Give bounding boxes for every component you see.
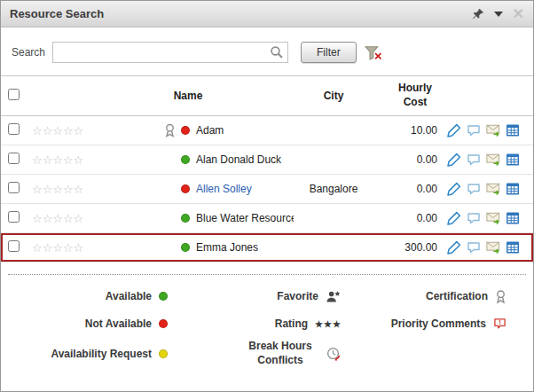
edit-icon[interactable]: [447, 123, 461, 137]
legend-empty-cell: [342, 340, 526, 367]
hourly-cost-cell: 300.00: [373, 241, 444, 254]
availability-dot: [181, 243, 190, 252]
send-mail-icon[interactable]: [486, 211, 500, 225]
resource-name[interactable]: Alan Donald Duck: [196, 153, 281, 166]
titlebar-icons: ✕: [472, 7, 524, 21]
clear-filter-icon[interactable]: [365, 45, 382, 60]
search-box: [52, 42, 288, 63]
rating-stars[interactable]: ☆☆☆☆☆: [27, 241, 82, 255]
send-mail-icon[interactable]: [486, 123, 500, 137]
hourly-cost-cell: 0.00: [373, 153, 444, 166]
titlebar: Resource Search ✕: [1, 1, 533, 27]
resource-name[interactable]: Emma Jones: [196, 241, 258, 254]
search-input[interactable]: [52, 42, 288, 63]
column-header-city[interactable]: City: [294, 90, 373, 102]
legend-break-hours-label: Break Hours Conflicts: [242, 340, 318, 367]
search-bar: Search Filter: [1, 27, 533, 75]
table-row[interactable]: ☆☆☆☆☆ Alan Donald Duck 0.00: [1, 145, 533, 175]
table-row[interactable]: ☆☆☆☆☆ Blue Water Resource 0.00: [1, 204, 533, 233]
certification-icon: [495, 289, 507, 304]
row-checkbox[interactable]: [8, 211, 20, 223]
search-label: Search: [12, 46, 52, 59]
resource-name-link[interactable]: Allen Solley: [196, 183, 252, 195]
select-all-checkbox[interactable]: [8, 89, 20, 100]
legend-certification-label: Certification: [426, 290, 488, 302]
comment-icon[interactable]: [467, 182, 481, 196]
hourly-cost-cell: 10.00: [373, 124, 444, 137]
break-hours-conflicts-icon: [326, 346, 342, 362]
close-icon[interactable]: ✕: [513, 7, 524, 21]
certification-icon: [163, 123, 177, 138]
certification-slot: [163, 211, 177, 226]
comment-icon[interactable]: [467, 240, 481, 255]
certification-slot: [163, 182, 177, 197]
row-checkbox[interactable]: [8, 240, 20, 252]
send-mail-icon[interactable]: [486, 182, 500, 196]
legend-availability-request-label: Availability Request: [51, 348, 152, 360]
send-mail-icon[interactable]: [486, 240, 500, 255]
legend-not-available-label: Not Available: [85, 318, 152, 330]
certification-slot: [163, 240, 177, 255]
availability-dot: [181, 184, 190, 193]
legend-rating-label: Rating: [275, 318, 308, 330]
favorite-icon: [326, 290, 342, 303]
hourly-cost-cell: 0.00: [373, 183, 444, 195]
edit-icon[interactable]: [447, 182, 461, 196]
not-available-dot-icon: [159, 319, 168, 328]
hourly-cost-cell: 0.00: [373, 212, 444, 224]
legend-favorite: Favorite: [168, 285, 342, 308]
rating-stars[interactable]: ☆☆☆☆☆: [27, 183, 82, 196]
available-dot-icon: [159, 292, 168, 301]
row-checkbox[interactable]: [8, 153, 20, 164]
window-title: Resource Search: [10, 7, 104, 20]
availability-request-dot-icon: [159, 349, 168, 358]
row-checkbox[interactable]: [8, 182, 20, 193]
send-mail-icon[interactable]: [486, 153, 500, 167]
legend-rating: Rating ★★★: [168, 312, 342, 335]
table-header: Name City Hourly Cost: [1, 75, 533, 116]
resource-search-window: Resource Search ✕ Search Filter Name Cit…: [0, 0, 534, 392]
comment-icon[interactable]: [467, 211, 481, 225]
pin-icon[interactable]: [472, 8, 484, 20]
chevron-down-icon[interactable]: [494, 12, 503, 17]
calendar-icon[interactable]: [506, 182, 520, 196]
legend-priority-comments: Priority Comments: [342, 312, 526, 335]
legend-availability-request: Availability Request: [8, 340, 168, 367]
availability-dot: [181, 214, 190, 223]
comment-icon[interactable]: [467, 153, 481, 167]
table-row-selected[interactable]: ☆☆☆☆☆ Emma Jones 300.00: [1, 233, 533, 263]
legend-break-hours-conflicts: Break Hours Conflicts: [168, 340, 342, 367]
calendar-icon[interactable]: [506, 123, 520, 137]
priority-comments-icon: [493, 318, 507, 330]
edit-icon[interactable]: [447, 153, 461, 167]
rating-stars[interactable]: ☆☆☆☆☆: [27, 212, 82, 225]
calendar-icon[interactable]: [506, 211, 520, 225]
edit-icon[interactable]: [447, 211, 461, 225]
comment-icon[interactable]: [467, 123, 481, 137]
table-row[interactable]: ☆☆☆☆☆ Allen Solley Bangalore 0.00: [1, 175, 533, 204]
resource-name[interactable]: Blue Water Resource: [196, 212, 294, 224]
city-cell: Bangalore: [294, 183, 373, 195]
calendar-icon[interactable]: [506, 240, 520, 255]
legend-certification: Certification: [342, 285, 526, 308]
legend-not-available: Not Available: [8, 312, 168, 335]
legend-available-label: Available: [106, 290, 152, 302]
legend-priority-comments-label: Priority Comments: [391, 318, 486, 330]
filter-button[interactable]: Filter: [301, 42, 357, 63]
row-checkbox[interactable]: [8, 123, 20, 135]
rating-stars[interactable]: ☆☆☆☆☆: [27, 153, 82, 167]
legend-favorite-label: Favorite: [277, 290, 318, 302]
table-row[interactable]: ☆☆☆☆☆ Adam 10.00: [1, 116, 533, 145]
rating-stars[interactable]: ☆☆☆☆☆: [27, 124, 82, 137]
column-header-name[interactable]: Name: [82, 90, 294, 102]
edit-icon[interactable]: [447, 240, 461, 255]
legend-separator: Available Favorite Certification Not Ava…: [8, 274, 526, 367]
availability-dot: [181, 126, 190, 135]
search-icon[interactable]: [270, 45, 284, 59]
legend: Available Favorite Certification Not Ava…: [8, 285, 526, 367]
rating-stars-icon: ★★★: [315, 319, 342, 329]
column-header-hourly-cost[interactable]: Hourly Cost: [373, 82, 444, 109]
resource-name[interactable]: Adam: [196, 124, 224, 137]
legend-available: Available: [8, 285, 168, 308]
calendar-icon[interactable]: [506, 153, 520, 167]
